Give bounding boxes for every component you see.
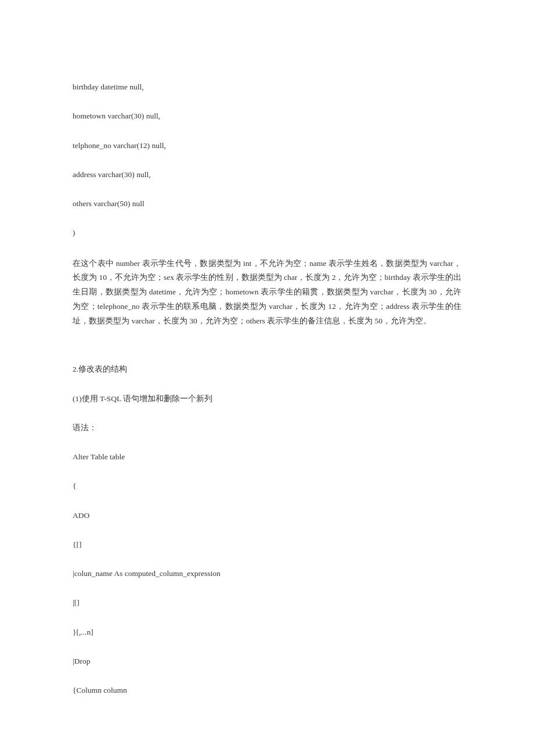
code-line: )	[73, 227, 461, 239]
description-paragraph: 在这个表中 number 表示学生代号，数据类型为 int，不允许为空；name…	[73, 257, 461, 329]
syntax-line: ADO	[73, 510, 461, 521]
syntax-line: }[,...n]	[73, 627, 461, 638]
section-heading: 2.修改表的结构	[73, 363, 461, 375]
code-line: others varchar(50) null	[73, 198, 461, 210]
syntax-line: {[]	[73, 539, 461, 550]
code-line: address varchar(30) null,	[73, 169, 461, 181]
code-line: telphone_no varchar(12) null,	[73, 140, 461, 152]
syntax-line: |colun_name As computed_column_expressio…	[73, 568, 461, 579]
syntax-line: {	[73, 480, 461, 492]
syntax-line: Alter Table table	[73, 451, 461, 463]
code-line: birthday datetime null,	[73, 81, 461, 93]
document-page: birthday datetime null, hometown varchar…	[0, 0, 534, 756]
code-line: hometown varchar(30) null,	[73, 110, 461, 122]
syntax-line: {Column column	[73, 685, 461, 696]
syntax-line: |Drop	[73, 656, 461, 667]
syntax-label: 语法：	[73, 422, 461, 434]
subsection-heading: (1)使用 T-SQL 语句增加和删除一个新列	[73, 393, 461, 405]
syntax-line: |[]	[73, 597, 461, 609]
